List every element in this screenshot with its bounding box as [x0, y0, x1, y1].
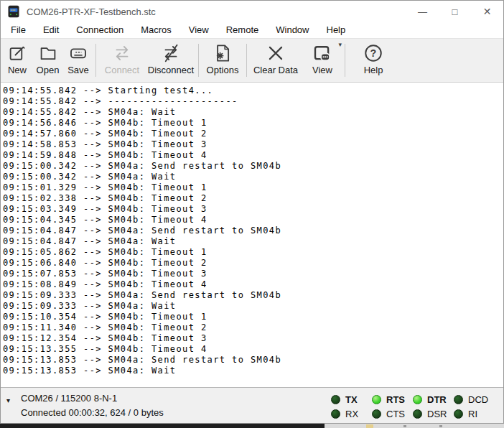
status-port-info: COM26 / 115200 8-N-1	[21, 391, 164, 406]
status-texts: COM26 / 115200 8-N-1 Connected 00:00:32,…	[21, 391, 164, 420]
app-icon	[6, 4, 21, 19]
log-line: 09:14:55.842 --> ---------------------	[3, 96, 503, 107]
rx-led-icon	[331, 409, 340, 419]
led-label: DTR	[427, 394, 447, 405]
tx-led-icon	[331, 395, 340, 404]
app-window: COM26-PTR-XF-Testbench.stc — □ ✕ File Ed…	[0, 0, 504, 424]
disconnect-button-label: Disconnect	[148, 65, 194, 75]
dtr-led-icon	[413, 395, 422, 404]
log-line: 09:15:04.345 --> SM04b: Timeout 4	[3, 215, 503, 225]
led-label: DSR	[427, 409, 447, 419]
log-line: 09:15:04.847 --> SM04a: Send restart to …	[3, 225, 503, 236]
log-line: 09:15:05.862 --> SM04b: Timeout 1	[3, 247, 503, 258]
status-bar: ▾ COM26 / 115200 8-N-1 Connected 00:00:3…	[1, 387, 503, 423]
help-question-icon: ?	[363, 42, 384, 64]
log-line: 09:15:09.333 --> SM04a: Wait	[3, 301, 503, 312]
svg-text:?: ?	[370, 47, 377, 59]
log-line: 09:15:03.349 --> SM04b: Timeout 3	[3, 204, 503, 215]
disconnect-button[interactable]: Disconnect	[146, 39, 196, 82]
chevron-down-icon: ▾	[338, 42, 342, 48]
options-button[interactable]: Options	[201, 39, 244, 82]
status-expander-icon[interactable]: ▾	[6, 396, 10, 404]
log-line: 09:15:00.342 --> SM04a: Wait	[3, 172, 503, 182]
menu-window[interactable]: Window	[267, 22, 317, 38]
clear-data-button-label: Clear Data	[253, 65, 298, 75]
log-output[interactable]: 09:14:55.842 --> Starting test4...09:14:…	[1, 83, 503, 387]
window-title: COM26-PTR-XF-Testbench.stc	[27, 6, 406, 17]
menu-remote[interactable]: Remote	[218, 22, 268, 38]
menu-bar: File Edit Connection Macros View Remote …	[1, 22, 503, 38]
dcd-led-icon	[454, 395, 463, 404]
log-line: 09:15:13.853 --> SM04a: Wait	[3, 366, 503, 376]
log-line: 09:14:57.860 --> SM04b: Timeout 2	[3, 129, 503, 139]
connect-button-label: Connect	[105, 65, 139, 75]
menu-connection[interactable]: Connection	[67, 22, 132, 38]
led-label: RI	[468, 409, 477, 419]
led-dsr: DSR	[413, 406, 454, 421]
dsr-led-icon	[413, 409, 422, 419]
open-button[interactable]: Open	[32, 39, 63, 82]
log-line: 09:15:04.847 --> SM04a: Wait	[3, 236, 503, 247]
menu-file[interactable]: File	[2, 22, 34, 38]
log-line: 09:15:01.329 --> SM04b: Timeout 1	[3, 182, 503, 193]
title-bar[interactable]: COM26-PTR-XF-Testbench.stc — □ ✕	[1, 1, 503, 22]
toolbar-separator	[198, 44, 199, 77]
save-drive-icon	[67, 42, 89, 64]
maximize-button[interactable]: □	[439, 1, 471, 22]
view-window-icon	[312, 42, 333, 64]
clear-data-button[interactable]: Clear Data	[249, 39, 302, 82]
connect-button[interactable]: Connect	[98, 39, 146, 82]
new-document-icon	[6, 42, 28, 64]
options-button-label: Options	[207, 65, 239, 75]
toolbar: New Open Save	[1, 38, 503, 83]
toolbar-separator	[246, 44, 247, 77]
disconnect-arrows-icon	[160, 42, 182, 64]
taskbar-sliver-mark	[366, 424, 373, 428]
toolbar-separator	[345, 44, 345, 77]
options-gear-icon	[212, 42, 233, 64]
taskbar-sliver-light	[325, 424, 504, 428]
save-button[interactable]: Save	[63, 39, 93, 82]
open-button-label: Open	[37, 65, 60, 75]
log-line: 09:15:07.853 --> SM04b: Timeout 3	[3, 269, 503, 279]
status-connection-info: Connected 00:00:32, 624 / 0 bytes	[21, 406, 164, 420]
view-button[interactable]: ▾ View	[302, 39, 342, 82]
taskbar-sliver-dark	[0, 424, 325, 428]
led-rts: RTS	[372, 392, 413, 406]
toolbar-separator	[95, 44, 96, 77]
rts-led-icon	[372, 395, 381, 404]
menu-edit[interactable]: Edit	[34, 22, 67, 38]
log-line: 09:14:55.842 --> SM04a: Wait	[3, 107, 503, 118]
log-line: 09:15:12.354 --> SM04b: Timeout 3	[3, 333, 503, 344]
led-cts: CTS	[372, 406, 413, 421]
led-grid: TX RX RTS CTS DTR	[331, 392, 495, 421]
menu-view[interactable]: View	[180, 22, 218, 38]
help-button[interactable]: ? Help	[356, 39, 391, 82]
led-ri: RI	[454, 406, 495, 421]
screen: COM26-PTR-XF-Testbench.stc — □ ✕ File Ed…	[0, 0, 504, 428]
cts-led-icon	[372, 409, 381, 419]
led-rx: RX	[331, 406, 372, 421]
log-line: 09:15:06.840 --> SM04b: Timeout 2	[3, 258, 503, 269]
log-line: 09:15:11.340 --> SM04b: Timeout 2	[3, 322, 503, 333]
connect-arrows-icon	[111, 42, 133, 64]
log-line: 09:14:56.846 --> SM04b: Timeout 1	[3, 118, 503, 129]
log-line: 09:15:08.849 --> SM04b: Timeout 4	[3, 279, 503, 290]
menu-help[interactable]: Help	[318, 22, 355, 38]
minimize-button[interactable]: —	[406, 1, 439, 22]
log-line: 09:15:09.333 --> SM04a: Send restart to …	[3, 290, 503, 301]
led-label: RX	[345, 409, 358, 419]
close-button[interactable]: ✕	[471, 1, 503, 22]
ri-led-icon	[454, 409, 463, 419]
taskbar-sliver-dot	[403, 425, 406, 427]
log-line: 09:15:00.342 --> SM04a: Send restart to …	[3, 161, 503, 172]
led-dcd: DCD	[454, 392, 495, 406]
log-line: 09:14:59.848 --> SM04b: Timeout 4	[3, 150, 503, 161]
view-button-label: View	[312, 65, 332, 75]
led-tx: TX	[331, 392, 372, 406]
new-button[interactable]: New	[2, 39, 32, 82]
log-line: 09:15:10.354 --> SM04b: Timeout 1	[3, 312, 503, 322]
open-folder-icon	[37, 42, 59, 64]
help-button-label: Help	[364, 65, 383, 75]
menu-macros[interactable]: Macros	[132, 22, 180, 38]
